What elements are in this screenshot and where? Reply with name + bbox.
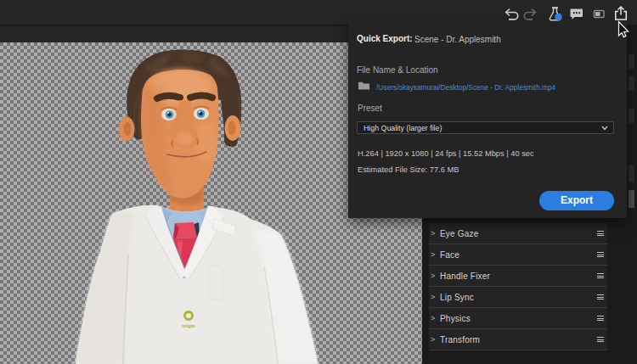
svg-text:origin: origin: [182, 323, 195, 328]
